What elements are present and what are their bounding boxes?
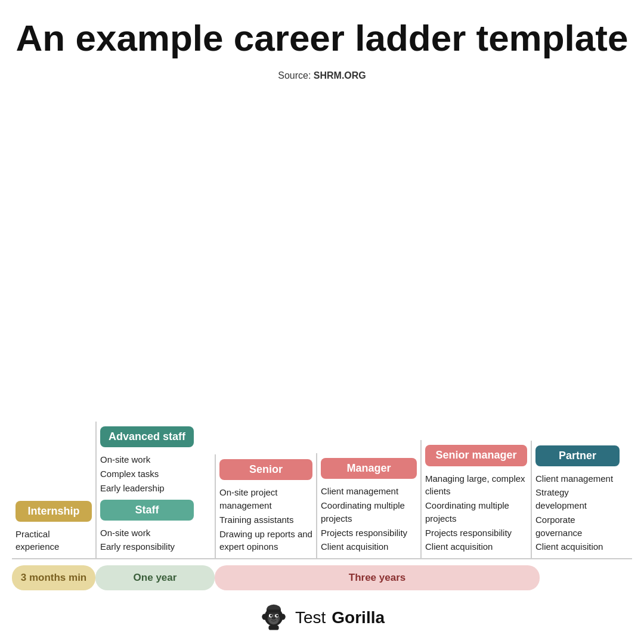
senior-manager-items: Managing large, complex clients Coordina…	[425, 472, 527, 555]
staff-content: Advanced staff On-site work Complex task…	[100, 426, 194, 558]
internship-content: Internship Practical experience	[16, 501, 92, 559]
senior-manager-content: Senior manager Managing large, complex c…	[425, 445, 527, 558]
svg-point-6	[276, 615, 278, 617]
time-three-years: Three years	[215, 565, 540, 590]
staff-items: On-site work Early responsibility	[100, 527, 194, 555]
manager-content: Manager Client management Coordinating m…	[321, 458, 417, 558]
bottom-labels: 3 months min One year Three years	[12, 565, 632, 590]
footer: TestGorilla	[259, 603, 385, 632]
logo-text-bold: Gorilla	[332, 608, 385, 627]
badge-advanced-staff: Advanced staff	[100, 426, 194, 447]
col-senior-manager: Senior manager Managing large, complex c…	[420, 440, 531, 558]
svg-point-8	[272, 618, 273, 619]
col-partner: Partner Client management Strategy devel…	[531, 441, 623, 559]
time-staff: One year	[95, 565, 215, 590]
svg-point-5	[270, 615, 272, 617]
col-manager: Manager Client management Coordinating m…	[316, 453, 420, 558]
senior-items: On-site project management Training assi…	[219, 486, 312, 555]
main-title: An example career ladder template	[16, 18, 628, 58]
gorilla-icon	[259, 603, 288, 632]
ladder-wrapper: Internship Practical experience Advanced…	[12, 92, 632, 559]
svg-rect-14	[268, 626, 278, 630]
footer-logo: TestGorilla	[295, 608, 385, 627]
badge-partner: Partner	[535, 445, 620, 466]
page-container: An example career ladder template Source…	[0, 0, 644, 644]
source-line: Source: SHRM.ORG	[278, 70, 366, 81]
manager-items: Client management Coordinating multiple …	[321, 485, 417, 555]
advanced-staff-items: On-site work Complex tasks Early leaders…	[100, 453, 194, 496]
senior-content: Senior On-site project management Traini…	[219, 459, 312, 558]
badge-senior: Senior	[219, 459, 312, 480]
badge-senior-manager: Senior manager	[425, 445, 527, 466]
badge-internship: Internship	[16, 501, 92, 522]
col-staff: Advanced staff On-site work Complex task…	[95, 422, 215, 558]
col-senior: Senior On-site project management Traini…	[215, 454, 316, 558]
partner-items: Client management Strategy development C…	[535, 472, 620, 555]
logo-text-regular: Test	[295, 608, 326, 627]
svg-point-9	[274, 618, 275, 619]
partner-content: Partner Client management Strategy devel…	[535, 445, 620, 559]
svg-point-11	[280, 614, 286, 620]
col-internship: Internship Practical experience	[12, 496, 95, 559]
badge-manager: Manager	[321, 458, 417, 479]
time-internship: 3 months min	[12, 565, 95, 590]
svg-point-10	[262, 614, 267, 620]
svg-rect-13	[267, 609, 281, 612]
internship-items: Practical experience	[16, 528, 92, 555]
badge-staff: Staff	[100, 500, 194, 521]
